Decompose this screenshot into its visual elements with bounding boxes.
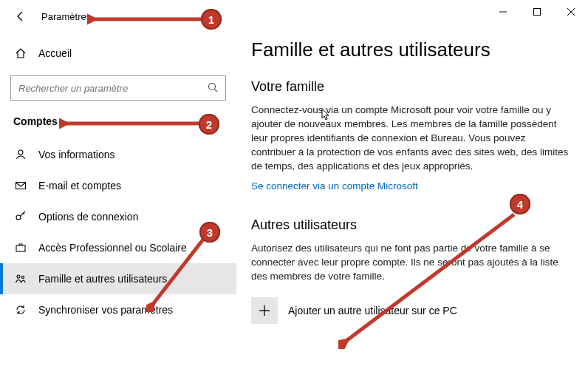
page-title: Famille et autres utilisateurs bbox=[251, 38, 570, 61]
plus-icon bbox=[251, 297, 278, 324]
person-icon bbox=[13, 149, 28, 160]
people-icon bbox=[13, 273, 28, 285]
nav-label: E-mail et comptes bbox=[38, 180, 121, 192]
svg-line-1 bbox=[215, 89, 218, 92]
briefcase-icon bbox=[13, 242, 28, 254]
svg-point-6 bbox=[17, 275, 20, 278]
close-button[interactable] bbox=[554, 0, 588, 24]
annotation-callout-1: 1 bbox=[201, 9, 222, 30]
breadcrumb: Paramètres bbox=[41, 11, 91, 22]
window-controls bbox=[486, 0, 588, 24]
maximize-button[interactable] bbox=[520, 0, 554, 24]
svg-point-7 bbox=[21, 276, 24, 278]
family-text: Connectez-vous via un compte Microsoft p… bbox=[251, 104, 570, 173]
key-icon bbox=[13, 211, 28, 223]
sidebar-item-home[interactable]: Accueil bbox=[0, 38, 236, 68]
nav-label: Options de connexion bbox=[38, 211, 138, 223]
sidebar: Paramètres Accueil Comptes Vos informati… bbox=[0, 0, 236, 386]
search-wrap bbox=[10, 75, 226, 101]
svg-rect-5 bbox=[16, 246, 25, 251]
annotation-callout-2: 2 bbox=[199, 114, 219, 135]
sync-icon bbox=[13, 304, 28, 316]
search-icon bbox=[207, 81, 219, 96]
nav-label: Vos informations bbox=[38, 149, 115, 160]
mail-icon bbox=[13, 180, 28, 192]
annotation-arrow-3 bbox=[146, 231, 213, 312]
svg-point-4 bbox=[16, 215, 21, 220]
sidebar-item-your-info[interactable]: Vos informations bbox=[0, 139, 236, 170]
minimize-button[interactable] bbox=[486, 0, 520, 24]
home-icon bbox=[13, 47, 28, 59]
annotation-callout-4: 4 bbox=[510, 194, 530, 214]
home-label: Accueil bbox=[38, 47, 72, 59]
svg-line-16 bbox=[154, 237, 205, 303]
annotation-arrow-1 bbox=[87, 10, 205, 28]
sidebar-item-email[interactable]: E-mail et comptes bbox=[0, 170, 236, 201]
svg-line-17 bbox=[347, 214, 514, 340]
annotation-arrow-4 bbox=[338, 209, 523, 349]
arrow-left-icon bbox=[15, 10, 27, 22]
search-input[interactable] bbox=[10, 75, 226, 101]
back-button[interactable] bbox=[13, 9, 28, 24]
signin-link[interactable]: Se connecter via un compte Microsoft bbox=[251, 180, 418, 192]
svg-point-2 bbox=[18, 150, 23, 155]
svg-rect-9 bbox=[534, 9, 541, 16]
annotation-callout-3: 3 bbox=[199, 222, 220, 243]
annotation-arrow-2 bbox=[59, 115, 203, 132]
cursor-icon bbox=[319, 108, 331, 123]
svg-point-0 bbox=[209, 84, 216, 90]
family-heading: Votre famille bbox=[251, 79, 570, 95]
